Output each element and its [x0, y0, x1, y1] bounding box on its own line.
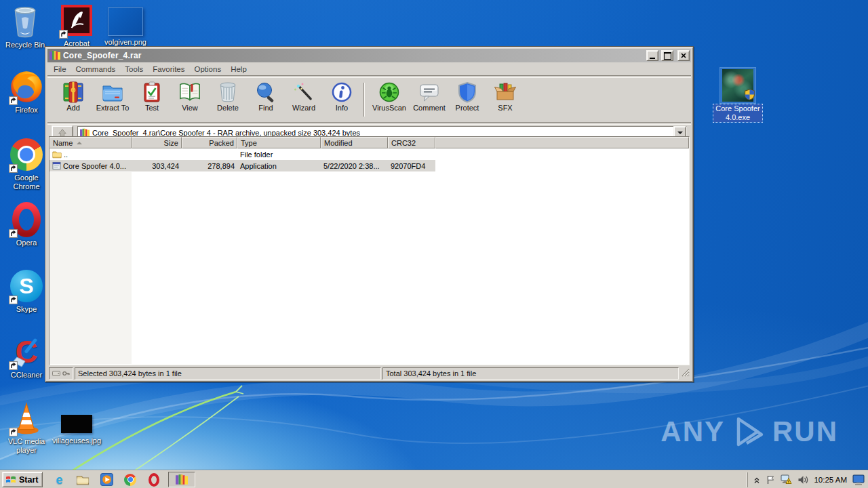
toolbar-extract-button[interactable]: Extract To — [92, 81, 133, 112]
key-icon — [62, 370, 70, 377]
desktop-icon-recycle-bin[interactable]: Recycle Bin — [1, 4, 49, 49]
virusscan-icon — [378, 81, 401, 103]
vlc-icon — [9, 401, 44, 436]
find-icon — [254, 81, 277, 103]
status-icons-pane — [49, 367, 73, 380]
desktop-icon-villageuses[interactable]: villageuses.jpg — [50, 412, 103, 445]
skype-icon: S — [9, 268, 44, 304]
menu-help[interactable]: Help — [226, 64, 252, 75]
add-archive-icon — [62, 81, 85, 103]
desktop-icon-firefox[interactable]: Firefox — [3, 69, 50, 115]
winrar-mini-icon — [176, 474, 188, 486]
table-row-core-spoofer[interactable]: Core Spoofer 4.0... 303,424 278,894 Appl… — [50, 160, 435, 171]
file-list: Name Size Packed Type Modified CRC32 .. … — [49, 136, 690, 365]
toolbar-sfx-button[interactable]: SFX — [486, 81, 524, 112]
folder-icon — [76, 474, 90, 485]
desktop-icon-label: Firefox — [15, 106, 38, 115]
sorted-column-shade — [50, 172, 132, 364]
column-header-modified[interactable]: Modified — [321, 137, 388, 148]
toolbar: Add Extract To — [47, 78, 691, 122]
menu-commands[interactable]: Commands — [71, 64, 121, 75]
shortcut-arrow-icon — [9, 427, 18, 436]
network-status-icon[interactable] — [781, 474, 792, 485]
delete-icon — [216, 81, 239, 103]
desktop-icon-vlc[interactable]: VLC media player — [3, 401, 50, 455]
desktop-icon-label: VLC media player — [3, 437, 50, 455]
chevron-down-icon — [677, 131, 683, 134]
toolbar-protect-button[interactable]: Protect — [448, 81, 486, 112]
menu-file[interactable]: File — [49, 64, 71, 75]
quicklaunch-chrome[interactable] — [123, 472, 138, 487]
column-header-filler — [435, 137, 689, 148]
desktop-icon-volgiven[interactable]: volgiven.png — [99, 7, 152, 47]
sfx-icon — [494, 81, 517, 103]
toolbar-view-button[interactable]: View — [171, 81, 209, 112]
sort-ascending-icon — [77, 142, 82, 144]
desktop: Recycle Bin Acrobat volgiven.png — [0, 0, 868, 488]
system-tray: 10:25 AM — [747, 472, 866, 487]
action-center-flag-icon[interactable] — [766, 475, 775, 485]
core-spoofer-exe-icon — [720, 68, 755, 103]
quicklaunch-internet-explorer[interactable]: e — [52, 472, 66, 487]
firefox-icon — [9, 69, 44, 104]
toolbar-separator — [363, 83, 365, 117]
table-row-parent-folder[interactable]: .. File folder — [50, 148, 689, 160]
image-thumbnail-icon — [59, 412, 94, 435]
winrar-app-icon — [50, 50, 60, 61]
desktop-icon-label: Google Chrome — [3, 174, 50, 191]
test-icon — [140, 81, 163, 103]
close-button[interactable] — [677, 50, 690, 61]
application-file-icon — [52, 161, 61, 170]
tray-expand-chevron-icon[interactable] — [753, 476, 760, 484]
window-titlebar: Core_Spoofer_4.rar — [47, 49, 691, 62]
shortcut-arrow-icon — [9, 163, 18, 172]
desktop-icon-label: CCleaner — [11, 371, 42, 380]
desktop-icon-skype[interactable]: S Skype — [3, 268, 50, 314]
taskbar: Start e — [0, 470, 868, 488]
column-header-size[interactable]: Size — [132, 137, 182, 148]
taskbar-clock[interactable]: 10:25 AM — [814, 476, 847, 484]
column-header-name[interactable]: Name — [50, 137, 132, 148]
column-header-type[interactable]: Type — [237, 137, 321, 148]
column-header-packed[interactable]: Packed — [182, 137, 237, 148]
toolbar-add-button[interactable]: Add — [54, 81, 92, 112]
view-icon — [178, 81, 201, 103]
toolbar-virusscan-button[interactable]: VirusScan — [368, 81, 410, 112]
column-header-crc32[interactable]: CRC32 — [388, 137, 435, 148]
desktop-icon-opera[interactable]: Opera — [3, 202, 50, 247]
toolbar-comment-button[interactable]: Comment — [410, 81, 448, 112]
shortcut-arrow-icon — [9, 228, 18, 237]
maximize-button[interactable] — [661, 50, 673, 61]
desktop-icon-label: Skype — [16, 305, 37, 314]
toolbar-test-button[interactable]: Test — [133, 81, 171, 112]
desktop-icon-ccleaner[interactable]: C CCleaner — [3, 334, 50, 380]
menu-favorites[interactable]: Favorites — [148, 64, 189, 75]
taskbar-winrar-button[interactable] — [168, 472, 195, 487]
resize-grip[interactable] — [680, 367, 690, 380]
toolbar-find-button[interactable]: Find — [247, 81, 285, 112]
quicklaunch-media-player[interactable] — [99, 472, 114, 487]
folder-icon — [52, 150, 62, 159]
toolbar-wizard-button[interactable]: Wizard — [285, 81, 323, 112]
desktop-icon-google-chrome[interactable]: Google Chrome — [3, 137, 50, 191]
desktop-icon-core-spoofer[interactable]: Core Spoofer 4.0.exe — [713, 68, 762, 122]
display-icon[interactable] — [852, 474, 865, 485]
desktop-icon-label: Core Spoofer 4.0.exe — [713, 104, 762, 122]
menu-tools[interactable]: Tools — [120, 64, 148, 75]
menu-options[interactable]: Options — [190, 64, 226, 75]
opera-icon — [148, 473, 160, 487]
toolbar-info-button[interactable]: Info — [323, 81, 361, 112]
anyrun-logo-icon — [730, 413, 767, 450]
quicklaunch-opera[interactable] — [146, 472, 161, 487]
winrar-window: Core_Spoofer_4.rar File Commands Tools F… — [45, 46, 694, 382]
desktop-icon-acrobat[interactable]: Acrobat — [53, 3, 100, 48]
toolbar-delete-button[interactable]: Delete — [209, 81, 247, 112]
quicklaunch-explorer-folder[interactable] — [75, 472, 90, 487]
desktop-icon-label: Recycle Bin — [5, 41, 45, 49]
window-title: Core_Spoofer_4.rar — [63, 51, 644, 60]
volume-icon[interactable] — [797, 475, 808, 485]
media-player-icon — [100, 473, 113, 486]
start-button[interactable]: Start — [2, 472, 43, 487]
minimize-button[interactable] — [646, 50, 658, 61]
uac-shield-icon — [744, 89, 755, 103]
